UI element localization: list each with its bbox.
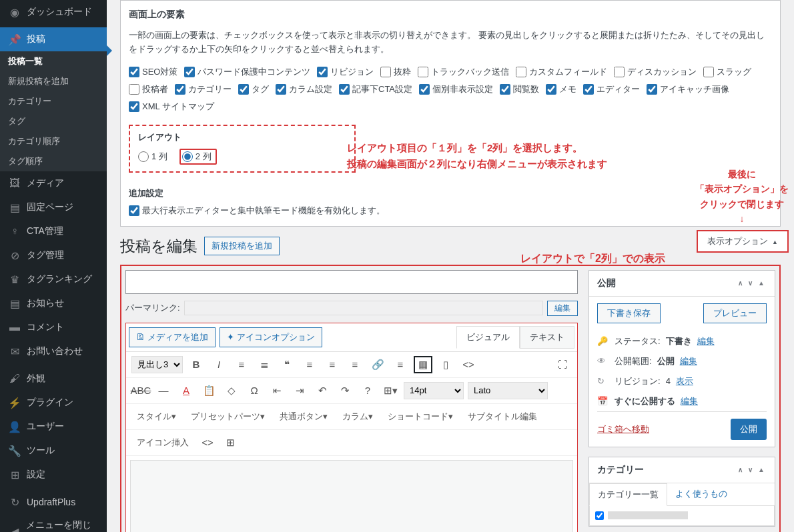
- screen-element-checkbox[interactable]: ディスカッション: [614, 66, 697, 78]
- paste-icon[interactable]: 📋: [200, 382, 218, 399]
- sidebar-item-plugins[interactable]: ⚡プラグイン: [0, 391, 107, 415]
- toolbar-toggle-icon[interactable]: ▦: [414, 356, 432, 373]
- move-up-icon[interactable]: ∧: [736, 279, 745, 287]
- publish-button[interactable]: 公開: [731, 419, 767, 440]
- sidebar-sub-tag-order[interactable]: タグ順序: [0, 151, 107, 171]
- screen-element-checkbox[interactable]: アイキャッチ画像: [647, 83, 729, 95]
- additional-checkbox[interactable]: 最大行表示エディターと集中執筆モード機能を有効化します。: [129, 205, 385, 217]
- tab-text[interactable]: テキスト: [520, 326, 574, 349]
- permalink-edit-button[interactable]: 編集: [547, 301, 578, 316]
- layout-radio-1col[interactable]: 1 列: [138, 151, 167, 163]
- screen-element-checkbox[interactable]: トラックバック送信: [418, 66, 509, 78]
- code-icon[interactable]: <>: [459, 356, 478, 373]
- sidebar-item-comments[interactable]: ▬コメント: [0, 315, 107, 339]
- sidebar-item-contact[interactable]: ✉お問い合わせ: [0, 339, 107, 363]
- bullet-list-icon[interactable]: ≡: [232, 356, 251, 373]
- save-draft-button[interactable]: 下書き保存: [597, 303, 661, 323]
- format-select[interactable]: 見出し3: [131, 356, 183, 373]
- screen-element-checkbox[interactable]: 個別非表示設定: [419, 83, 493, 95]
- align-center-icon[interactable]: ≡: [323, 356, 342, 373]
- screen-options-toggle[interactable]: 表示オプション: [697, 230, 789, 253]
- add-media-button[interactable]: 🖻メディアを追加: [129, 327, 216, 347]
- post-title-input[interactable]: [125, 270, 578, 294]
- screen-element-checkbox[interactable]: エディター: [583, 83, 640, 95]
- move-down-icon[interactable]: ∨: [746, 279, 755, 287]
- sidebar-item-tag-rank[interactable]: ♛タグランキング: [0, 267, 107, 291]
- sidebar-item-tag-mgmt[interactable]: ⊘タグ管理: [0, 243, 107, 267]
- tab-visual[interactable]: ビジュアル: [456, 326, 520, 349]
- undo-icon[interactable]: ↶: [313, 382, 332, 399]
- revision-link[interactable]: 表示: [676, 375, 693, 387]
- sidebar-item-media[interactable]: 🖾メディア: [0, 171, 107, 195]
- tag-icon[interactable]: <>: [198, 434, 217, 451]
- category-item[interactable]: [595, 511, 769, 520]
- screen-element-checkbox[interactable]: 閲覧数: [500, 83, 539, 95]
- shortcode-dropdown[interactable]: ショートコード ▾: [382, 408, 458, 425]
- screen-element-checkbox[interactable]: SEO対策: [129, 66, 177, 78]
- screen-element-checkbox[interactable]: カラム設定: [276, 83, 332, 95]
- cat-tab-popular[interactable]: よく使うもの: [667, 483, 735, 505]
- move-down-icon[interactable]: ∨: [746, 466, 755, 473]
- sidebar-item-tools[interactable]: 🔧ツール: [0, 439, 107, 463]
- fullscreen-icon[interactable]: ⛶: [553, 356, 572, 373]
- fontfamily-select[interactable]: Lato: [468, 382, 548, 399]
- schedule-edit-link[interactable]: 編集: [681, 395, 698, 407]
- screen-element-checkbox[interactable]: リビジョン: [317, 66, 374, 78]
- sidebar-sub-new-post[interactable]: 新規投稿を追加: [0, 71, 107, 91]
- status-edit-link[interactable]: 編集: [697, 335, 715, 347]
- sidebar-item-settings[interactable]: ⊞設定: [0, 463, 107, 487]
- cat-tab-all[interactable]: カテゴリー一覧: [589, 483, 667, 506]
- sidebar-item-users[interactable]: 👤ユーザー: [0, 415, 107, 439]
- screen-element-checkbox[interactable]: タグ: [238, 83, 269, 95]
- column-dropdown[interactable]: カラム ▾: [337, 408, 378, 425]
- help-icon[interactable]: ?: [358, 382, 377, 399]
- sidebar-item-collapse[interactable]: ◀メニューを閉じる: [0, 514, 107, 532]
- toggle-icon[interactable]: ▲: [756, 466, 767, 473]
- sidebar-sub-tag[interactable]: タグ: [0, 111, 107, 131]
- column-icon[interactable]: ▯: [436, 356, 455, 373]
- number-list-icon[interactable]: ≣: [255, 356, 274, 373]
- preset-dropdown[interactable]: プリセットパーツ ▾: [185, 408, 270, 425]
- visibility-edit-link[interactable]: 編集: [680, 355, 697, 367]
- screen-element-checkbox[interactable]: パスワード保護中コンテンツ: [184, 66, 310, 78]
- fontsize-select[interactable]: 14pt: [404, 382, 464, 399]
- hr-icon[interactable]: —: [154, 382, 173, 399]
- button-dropdown[interactable]: 共通ボタン ▾: [274, 408, 333, 425]
- outdent-icon[interactable]: ⇤: [268, 382, 286, 399]
- redo-icon[interactable]: ↷: [336, 382, 354, 399]
- sidebar-item-updraft[interactable]: ↻UpdraftPlus: [0, 490, 107, 514]
- bold-icon[interactable]: B: [187, 356, 206, 373]
- preview-button[interactable]: プレビュー: [703, 303, 767, 323]
- sidebar-item-notice[interactable]: ▤お知らせ: [0, 291, 107, 315]
- screen-element-checkbox[interactable]: 記事下CTA設定: [339, 83, 412, 95]
- more-icon[interactable]: ≡: [391, 356, 410, 373]
- sidebar-item-dashboard[interactable]: ◉ダッシュボード: [0, 0, 107, 24]
- sidebar-item-posts[interactable]: 📌投稿: [0, 27, 107, 51]
- toggle-icon[interactable]: ▲: [756, 279, 767, 287]
- italic-icon[interactable]: I: [210, 356, 228, 373]
- indent-icon[interactable]: ⇥: [290, 382, 309, 399]
- textcolor-icon[interactable]: A: [177, 382, 195, 399]
- clear-icon[interactable]: ◇: [222, 382, 241, 399]
- editor-content-area[interactable]: [130, 460, 573, 532]
- sidebar-item-appearance[interactable]: 🖌外観: [0, 367, 107, 391]
- style-dropdown[interactable]: スタイル ▾: [131, 408, 181, 425]
- icon-option-button[interactable]: ✦アイコンオプション: [220, 327, 322, 347]
- screen-element-checkbox[interactable]: スラッグ: [703, 66, 751, 78]
- layout-radio-2col[interactable]: 2 列: [179, 149, 217, 165]
- sidebar-sub-category[interactable]: カテゴリー: [0, 91, 107, 111]
- screen-element-checkbox[interactable]: カスタムフィールド: [516, 66, 607, 78]
- screen-element-checkbox[interactable]: 投稿者: [129, 83, 168, 95]
- sidebar-item-pages[interactable]: ▤固定ページ: [0, 195, 107, 219]
- grid-icon[interactable]: ⊞: [221, 434, 240, 451]
- screen-element-checkbox[interactable]: カテゴリー: [175, 83, 232, 95]
- align-right-icon[interactable]: ≡: [346, 356, 364, 373]
- new-post-link[interactable]: 新規投稿を追加: [204, 237, 280, 255]
- special-char-icon[interactable]: Ω: [245, 382, 264, 399]
- align-left-icon[interactable]: ≡: [300, 356, 319, 373]
- screen-element-checkbox[interactable]: 抜粋: [380, 66, 411, 78]
- move-up-icon[interactable]: ∧: [736, 466, 745, 473]
- sidebar-sub-posts-list[interactable]: 投稿一覧: [0, 51, 107, 71]
- quote-icon[interactable]: ❝: [278, 356, 296, 373]
- screen-element-checkbox[interactable]: メモ: [546, 83, 576, 95]
